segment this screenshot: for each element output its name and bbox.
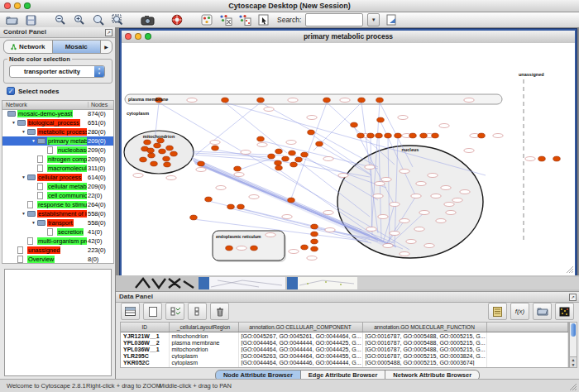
save-icon[interactable] [23, 13, 38, 26]
network-node-unfilled[interactable] [375, 182, 385, 186]
table-row[interactable]: YPL036W__2plasma membrane[GO:0044464, GO… [121, 339, 568, 346]
network-view-window[interactable]: primary metabolic process plasma membran… [120, 29, 577, 275]
zoom-window-icon[interactable] [24, 2, 31, 9]
network-label[interactable]: secretion [57, 228, 84, 236]
network-edge[interactable] [196, 103, 261, 155]
network-label[interactable]: unassigned [27, 246, 60, 254]
network-node[interactable] [357, 133, 365, 138]
tree-row[interactable]: mosaic-demo-yeast874(0) [2, 109, 113, 118]
network-node-unfilled[interactable] [325, 228, 335, 232]
network-label[interactable]: metabolic process [37, 128, 87, 136]
column-header[interactable]: annotation.GO MOLECULAR_FUNCTION [362, 323, 486, 332]
network-node-unfilled[interactable] [439, 124, 449, 128]
network-node-unfilled[interactable] [431, 194, 441, 198]
table-row[interactable]: YKR052Ccytoplasm[GO:0044464, GO:0044446,… [121, 359, 568, 366]
plasma-membrane-region[interactable] [125, 94, 502, 104]
network-label[interactable]: establishment of lo [37, 210, 87, 218]
table-row[interactable]: YLR295Ccytoplasm[GO:0045263, GO:0044464,… [121, 352, 568, 359]
network-node-unfilled[interactable] [216, 186, 226, 190]
network-node-unfilled[interactable] [398, 116, 408, 120]
network-node[interactable] [377, 117, 385, 122]
table-row[interactable]: YPL036W__1mitochondrion[GO:0044464, GO:0… [121, 346, 568, 352]
zoom-in-icon[interactable] [72, 13, 87, 26]
network-label[interactable]: cellular metabo [47, 183, 87, 190]
network-node-unfilled[interactable] [340, 98, 350, 103]
network-node-unfilled[interactable] [196, 168, 206, 172]
snapshot-camera-icon[interactable] [140, 13, 155, 26]
network-window-titlebar[interactable]: primary metabolic process [122, 31, 575, 44]
tree-row[interactable]: ▼primary metabo209(0) [2, 136, 113, 146]
network-node[interactable] [295, 157, 303, 162]
tree-row[interactable]: secretion41(0) [2, 227, 113, 237]
filter-icon[interactable] [384, 13, 399, 26]
network-node-unfilled[interactable] [307, 256, 317, 261]
network-node-unfilled[interactable] [436, 219, 446, 223]
network-overview-panel[interactable] [4, 269, 112, 376]
apply-layout-icon[interactable] [218, 13, 233, 26]
network-node[interactable] [144, 140, 151, 145]
network-label[interactable]: primary metabo [47, 137, 87, 145]
network-node-unfilled[interactable] [390, 232, 400, 236]
help-lifebuoy-icon[interactable] [170, 13, 184, 26]
network-node-unfilled[interactable] [400, 219, 409, 223]
tree-row[interactable]: nucleobase-209(0) [2, 146, 113, 155]
network-label[interactable]: mosaic-demo-yeast [17, 110, 73, 117]
network-node-unfilled[interactable] [381, 178, 391, 182]
tree-col-network[interactable]: Network [6, 102, 27, 108]
tab-mosaic[interactable]: Mosaic [53, 41, 102, 53]
network-node[interactable] [290, 162, 298, 167]
network-node-unfilled[interactable] [416, 182, 426, 186]
network-edge[interactable] [237, 159, 270, 170]
network-node-unfilled[interactable] [166, 176, 176, 180]
network-node-unfilled[interactable] [378, 215, 388, 219]
network-node[interactable] [226, 246, 233, 251]
tree-row[interactable]: ▼metabolic process280(0) [2, 127, 113, 136]
network-node[interactable] [275, 160, 282, 165]
network-node-unfilled[interactable] [323, 157, 333, 161]
network-node-unfilled[interactable] [441, 186, 451, 190]
network-node-unfilled[interactable] [323, 211, 333, 215]
network-label[interactable]: Overview [27, 256, 55, 263]
column-header[interactable]: annotation.GO CELLULAR_COMPONENT [238, 323, 362, 332]
tree-row[interactable]: response to stimulu264(0) [2, 200, 113, 209]
network-node-unfilled[interactable] [187, 98, 197, 103]
network-node-unfilled[interactable] [133, 174, 143, 178]
network-label[interactable]: multi-organism pro [37, 237, 87, 245]
tree-row[interactable]: cellular metabo209(0) [2, 182, 113, 191]
zoom-fit-icon[interactable] [110, 13, 125, 26]
network-node[interactable] [170, 151, 178, 156]
network-node-unfilled[interactable] [464, 98, 474, 103]
network-node-unfilled[interactable] [390, 203, 400, 207]
apply-layout-alt-icon[interactable] [237, 13, 252, 26]
tree-row[interactable]: ▼cellular process614(0) [2, 173, 113, 182]
expand-arrow-icon[interactable]: ▼ [22, 129, 26, 134]
network-node[interactable] [268, 154, 275, 159]
network-node[interactable] [478, 133, 486, 138]
network-node-unfilled[interactable] [264, 108, 274, 112]
import-attributes-icon[interactable] [533, 303, 552, 320]
network-node[interactable] [159, 149, 166, 154]
tab-overflow-icon[interactable]: ▶ [101, 41, 112, 53]
network-node[interactable] [166, 146, 174, 151]
minimize-icon[interactable] [14, 2, 21, 9]
network-node-unfilled[interactable] [419, 211, 429, 215]
network-node[interactable] [311, 232, 318, 237]
function-builder-icon[interactable]: f(x) [510, 303, 529, 320]
network-node[interactable] [323, 98, 331, 103]
network-node-unfilled[interactable] [460, 190, 470, 194]
network-node-unfilled[interactable] [249, 195, 259, 199]
network-node[interactable] [311, 246, 318, 251]
search-dropdown-icon[interactable]: ▼ [367, 13, 380, 26]
tree-row[interactable]: macromolecule311(0) [2, 164, 113, 173]
network-node-unfilled[interactable] [257, 143, 267, 147]
column-header[interactable]: ID [121, 323, 169, 332]
network-node[interactable] [395, 133, 402, 138]
network-node[interactable] [140, 157, 147, 162]
network-node[interactable] [237, 204, 245, 209]
expand-arrow-icon[interactable]: ▼ [31, 138, 36, 143]
attribute-table-icon[interactable] [121, 303, 140, 320]
network-node-unfilled[interactable] [366, 227, 376, 232]
network-node[interactable] [301, 245, 309, 250]
network-node-unfilled[interactable] [266, 233, 275, 237]
column-header[interactable]: _cellularLayoutRegion [169, 323, 238, 332]
